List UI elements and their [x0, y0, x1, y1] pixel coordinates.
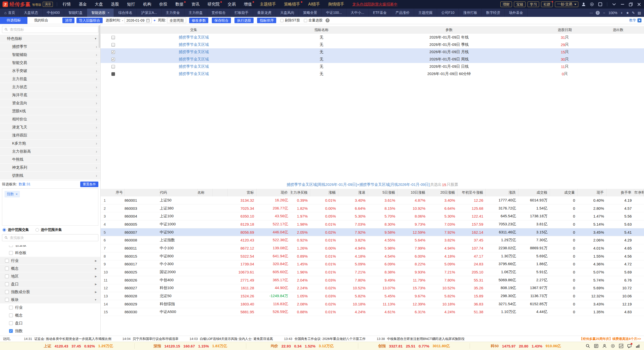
- row-checkbox[interactable]: [111, 58, 115, 61]
- sector-tree-row[interactable]: 板块 ▼: [0, 296, 100, 303]
- indicator-group-header[interactable]: 特色指标: [0, 35, 100, 43]
- quote-column-header[interactable]: 代码: [160, 189, 197, 196]
- exclude-st-checkbox[interactable]: 剔除ST股: [280, 18, 300, 23]
- edit-icon[interactable]: ✎: [632, 11, 635, 15]
- sector-tree-row[interactable]: 指数: [0, 327, 100, 335]
- checkbox-icon[interactable]: [5, 298, 9, 302]
- quote-column-header[interactable]: [125, 189, 160, 196]
- remove-chip-icon[interactable]: [16, 192, 18, 196]
- sector-tree-row[interactable]: 概念: [0, 311, 100, 319]
- quote-row[interactable]: 5 860007 中证500 8056.69 446.04亿 2.05% 0.0…: [101, 228, 644, 236]
- row-checkbox[interactable]: [111, 36, 115, 39]
- expand-arrow-icon[interactable]: ▼: [94, 298, 97, 301]
- date-picker[interactable]: 2026-01-09: [125, 18, 152, 23]
- indicator-name-link[interactable]: 捕捞季节金叉区域: [126, 48, 262, 56]
- menu-item[interactable]: 基金: [75, 0, 91, 9]
- indicator-name-link[interactable]: 捕捞季节金叉区域: [126, 34, 262, 41]
- workspace-tab[interactable]: ETF基金: [369, 9, 391, 17]
- quick-button[interactable]: 理财: [500, 2, 512, 7]
- selection-row[interactable]: 捕捞季节金叉区域 无 2026年-01月-09日 月线 15只: [101, 48, 644, 56]
- quote-column-header[interactable]: 10日涨幅: [398, 189, 428, 196]
- workspace-tab[interactable]: 中证100...: [322, 9, 346, 17]
- tutorial-link[interactable]: 教学: [629, 18, 644, 23]
- expand-arrow-icon[interactable]: ▶: [95, 259, 97, 262]
- checkbox-icon[interactable]: [5, 274, 9, 278]
- indicator-name-link[interactable]: 捕捞季节金叉区域: [126, 63, 262, 70]
- selection-row[interactable]: 捕捞季节金叉区域 无 2026年-01月-09日 周线 30只: [101, 56, 644, 63]
- select-all-checkbox[interactable]: 全量选股: [304, 18, 323, 23]
- sector-tree-row[interactable]: 行业: [0, 304, 100, 311]
- import-legacy-button[interactable]: 导入旧版组合: [76, 18, 103, 23]
- quote-row[interactable]: 3 860004 上证100 6350.10 43.56亿 1.97% 0.05…: [101, 212, 644, 220]
- menu-item[interactable]: 资讯: [187, 0, 204, 9]
- zoom-out-icon[interactable]: −: [602, 11, 606, 15]
- quote-column-header[interactable]: 涨跌: [486, 189, 518, 196]
- quote-row[interactable]: 11 860026 中创400 2771.49 365.17亿 2.04% 0.…: [101, 276, 644, 284]
- row-checkbox[interactable]: [111, 50, 115, 54]
- workspace-tab[interactable]: 智能盯盘: [64, 9, 87, 17]
- quote-row[interactable]: 13 860028 北证50 1524.26 -1249.84万 1.05% 0…: [101, 292, 644, 300]
- signal-icon[interactable]: [635, 344, 640, 348]
- checkbox-icon[interactable]: [9, 245, 13, 247]
- indicator-item[interactable]: 慧眼K线: [0, 107, 100, 115]
- quick-button[interactable]: 学习: [528, 2, 539, 7]
- workspace-tab[interactable]: 沪深京A...: [137, 9, 162, 17]
- workspace-tab[interactable]: 大盘状态: [20, 9, 43, 17]
- workspace-tab[interactable]: 数字经济: [482, 9, 505, 17]
- menu-item[interactable]: AI猎手: [304, 0, 324, 9]
- sector-tree-row[interactable]: 指数成分股 ▶: [0, 288, 100, 296]
- run-selection-button[interactable]: 执行选股: [234, 18, 254, 23]
- indicator-item[interactable]: 智能交易: [0, 59, 100, 67]
- expand-arrow-icon[interactable]: ▶: [95, 275, 97, 278]
- indicator-item[interactable]: 资金流向: [0, 99, 100, 107]
- reset-filter-button[interactable]: 重置条件: [80, 182, 98, 187]
- menu-item[interactable]: 舆情猎手: [324, 0, 348, 9]
- quote-column-header[interactable]: 序号: [116, 189, 125, 196]
- workspace-tab[interactable]: 大盘风向: [276, 9, 299, 17]
- more-icon[interactable]: ⋯: [589, 11, 593, 15]
- quote-column-header[interactable]: 涨幅: [310, 189, 338, 196]
- workspace-tab[interactable]: 涨停打板: [459, 9, 482, 17]
- index-segment[interactable]: 深指 14120.15 160.67 1.15% 1.83万亿: [135, 343, 247, 349]
- quote-row[interactable]: 7 860011 中小100 8672.12 139.08亿 1.26% 0.0…: [101, 244, 644, 252]
- filter-count-link[interactable]: 数量:31: [19, 182, 30, 187]
- checkbox-icon[interactable]: [9, 329, 13, 333]
- selection-row[interactable]: 捕捞季节金叉区域 无 2026年-01月-09日 日线 11只: [101, 63, 644, 70]
- period-select[interactable]: 全部周期: [167, 18, 186, 23]
- close-tab-icon[interactable]: [107, 11, 109, 15]
- checkbox-icon[interactable]: [9, 321, 13, 325]
- clear-button[interactable]: 清理: [62, 18, 74, 23]
- quote-column-header[interactable]: 年初至今涨幅: [458, 189, 486, 196]
- index-segment[interactable]: 均价 22.93 0.34 1.52% 3.12万亿: [246, 343, 358, 349]
- checkbox-icon[interactable]: [9, 251, 13, 255]
- restore-icon[interactable]: [628, 2, 634, 7]
- menu-item[interactable]: 交易: [224, 0, 240, 9]
- checkbox-icon[interactable]: [9, 313, 13, 317]
- row-checkbox[interactable]: [111, 72, 115, 76]
- quote-row[interactable]: 12 860027 科创100 1611.28 44.90亿 2.24% 0.0…: [101, 284, 644, 292]
- workspace-tab[interactable]: 主题挖掘: [414, 9, 437, 17]
- sort-indicators-button[interactable]: 指标排序: [257, 18, 276, 23]
- message-icon[interactable]: [627, 344, 632, 348]
- index-segment[interactable]: 科50 1475.97 20.80 1.43% 910.06亿: [470, 343, 582, 349]
- menu-item[interactable]: 龙头作战陪跑营火爆招募中: [348, 0, 401, 9]
- workspace-tab[interactable]: 中创400: [43, 9, 64, 17]
- expand-arrow-icon[interactable]: ▶: [95, 267, 97, 270]
- selection-row[interactable]: 捕捞季节金叉区域 无 2026年-01月-09日 年线 31只: [101, 34, 644, 41]
- workspace-tab[interactable]: 打板助手: [230, 9, 253, 17]
- indicator-item[interactable]: 潜龙飞天: [0, 123, 100, 131]
- union-radio[interactable]: 选中范围并集: [35, 228, 62, 232]
- sector-search[interactable]: [2, 234, 98, 241]
- sector-tree-row[interactable]: 创业板: [0, 245, 100, 249]
- menu-item[interactable]: 策略猎手: [280, 0, 304, 9]
- workspace-tab[interactable]: 主力控盘: [184, 9, 207, 17]
- workspace-tab[interactable]: 场外基金: [505, 9, 528, 17]
- expand-arrow-icon[interactable]: ▶: [95, 283, 97, 286]
- workspace-tab[interactable]: 大中小...: [346, 9, 369, 17]
- pane-tab[interactable]: 我的组合: [27, 17, 55, 24]
- news-item[interactable]: 13:43 全国商务工作会议: 2026年重点做好八个方面工作: [284, 337, 366, 341]
- quote-column-header[interactable]: 名称: [197, 189, 213, 196]
- quote-row[interactable]: 1 860001 上证50 3134.32 16.26亿 0.39% 0.01%…: [101, 196, 644, 204]
- sector-tree-row[interactable]: 科创板: [0, 249, 100, 257]
- quote-row[interactable]: 14 860029 科创综指 1803.40 116.83亿 2.08% 0.0…: [101, 300, 644, 308]
